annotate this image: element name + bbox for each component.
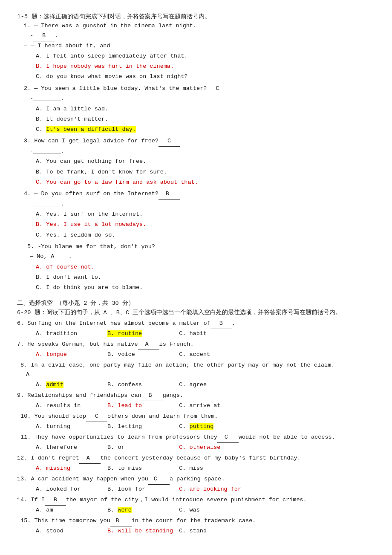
q2-optC: C. It's been a difficult day. xyxy=(36,124,375,135)
question-12: 12. I don't regret A the concert yesterd… xyxy=(17,454,375,474)
q5-optC: C. I do think you are to blame. xyxy=(36,283,375,293)
question-14: 14. If I B the mayor of the city，I would… xyxy=(17,495,375,515)
question-10: 10. You should stop C others down and le… xyxy=(17,412,375,432)
q8-stem: 8. In a civil case, one party may file a… xyxy=(17,361,375,370)
q10-opts: A. turning B. letting C. putting xyxy=(17,422,375,432)
q1-stem1: 1. — There was a gunshot in the cinema l… xyxy=(17,21,375,31)
q12-opts: A. missing B. to miss C. miss xyxy=(17,464,375,474)
q4-dash: -________. xyxy=(17,199,375,209)
q10-stem: 10. You should stop C others down and le… xyxy=(17,412,375,422)
q3-stem: 3. How can I get legal advice for free? … xyxy=(17,136,375,147)
q1-stem2: — — I heard about it, and____ xyxy=(17,41,375,51)
question-13: 13. A car accident may happen when you C… xyxy=(17,474,375,494)
q14-stem: 14. If I B the mayor of the city，I would… xyxy=(17,495,375,506)
q7-stem: 7. He speaks German, but his native A is… xyxy=(17,340,375,350)
q15-stem: 15. This time tomorrow you B in the cour… xyxy=(17,516,375,526)
q7-opts: A. tongue B. voice C. accent xyxy=(17,350,375,360)
q14-opts: A. am B. were C. was xyxy=(17,506,375,515)
question-11: 11. They have opportunities to learn fro… xyxy=(17,433,375,453)
q2-stem: 2. — You seem a little blue today. What'… xyxy=(17,84,375,94)
q12-stem: 12. I don't regret A the concert yesterd… xyxy=(17,454,375,464)
q1-optC: C. do you know what movie was on last ni… xyxy=(36,72,375,82)
q8-answer-line: A xyxy=(17,370,375,380)
question-6: 6. Surfing on the Internet has almost be… xyxy=(17,319,375,339)
q11-opts: A. therefore B. or C. otherwise xyxy=(17,443,375,453)
q13-opts: A. looked for B. look for C. are looking… xyxy=(17,485,375,494)
q2-optB: B. It doesn't matter. xyxy=(36,114,375,124)
q5-optB: B. I don't want to. xyxy=(36,272,375,283)
q5-optA: A. of course not. xyxy=(36,262,375,272)
q3-optC: C. You can go to a law firm and ask abou… xyxy=(36,177,375,188)
q5-stem: 5. -You blame me for that, don't you? xyxy=(17,242,375,252)
q1-blank: - B . xyxy=(17,31,375,41)
section2-subtitle: 6-20 题：阅读下面的句子，从 A 、B、C 三个选项中选出一个能填入空白处的… xyxy=(17,309,375,316)
question-1: 1. — There was a gunshot in the cinema l… xyxy=(17,21,375,82)
q13-stem: 13. A car accident may happen when you C… xyxy=(17,474,375,485)
question-5: 5. -You blame me for that, don't you? — … xyxy=(17,242,375,293)
q2-optA: A. I am a little sad. xyxy=(36,104,375,114)
q1-optB: B. I hope nobody was hurt in the cinema. xyxy=(36,61,375,72)
q11-stem: 11. They have opportunities to learn fro… xyxy=(17,433,375,443)
q6-opts: A. tradition B. routine C. habit xyxy=(17,329,375,339)
q15-opts: A. stood B. will be standing C. stand xyxy=(17,526,375,536)
question-15: 15. This time tomorrow you B in the cour… xyxy=(17,516,375,536)
question-4: 4. — Do you often surf on the Internet? … xyxy=(17,189,375,240)
q5-stem2: — No, A . xyxy=(17,252,375,262)
question-7: 7. He speaks German, but his native A is… xyxy=(17,340,375,360)
section2-title: 二、选择填空 （每小题 2 分，共 30 分） xyxy=(17,299,375,307)
q3-optA: A. You can get nothing for free. xyxy=(36,156,375,167)
page-content: 1-5 题：选择正确的语句完成下列对话，并将答案序号写在题前括号内。 1. — … xyxy=(17,13,375,536)
question-8: 8. In a civil case, one party may file a… xyxy=(17,361,375,390)
q9-opts: A. results in B. lead to C. arrive at xyxy=(17,401,375,411)
q3-optB: B. To be frank, I don't know for sure. xyxy=(36,167,375,177)
q1-optA: A. I felt into sleep immediately after t… xyxy=(36,51,375,61)
q4-optA: A. Yes. I surf on the Internet. xyxy=(36,209,375,220)
question-9: 9. Relationships and friendships can B g… xyxy=(17,391,375,411)
q6-stem: 6. Surfing on the Internet has almost be… xyxy=(17,319,375,329)
question-3: 3. How can I get legal advice for free? … xyxy=(17,136,375,188)
q3-dash: -________. xyxy=(17,147,375,156)
section1-title: 1-5 题：选择正确的语句完成下列对话，并将答案序号写在题前括号内。 xyxy=(17,13,375,20)
q8-opts: A. admit B. confess C. agree xyxy=(17,380,375,390)
q2-dash: -________. xyxy=(17,94,375,104)
q4-optC: C. Yes. I seldom do so. xyxy=(36,230,375,240)
q4-optB: B. Yes. I use it a lot nowadays. xyxy=(36,220,375,230)
question-2: 2. — You seem a little blue today. What'… xyxy=(17,84,375,135)
q4-stem: 4. — Do you often surf on the Internet? … xyxy=(17,189,375,199)
q9-stem: 9. Relationships and friendships can B g… xyxy=(17,391,375,401)
